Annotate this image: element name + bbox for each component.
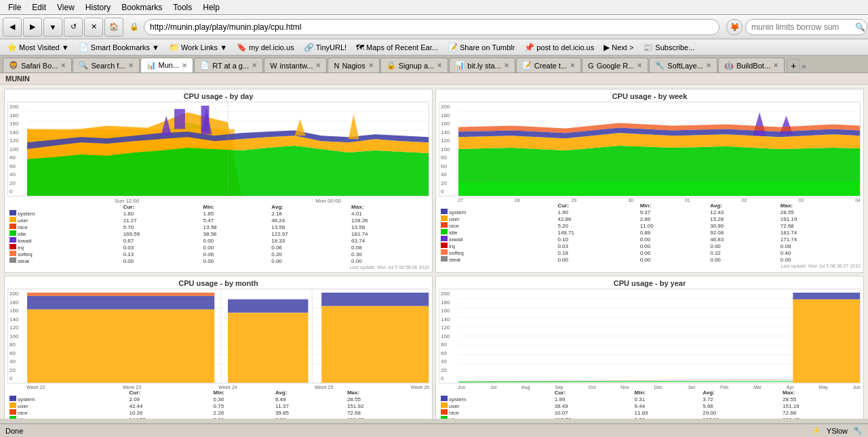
tab-close-nagios[interactable]: ✕ xyxy=(368,62,374,69)
toolbar: ◀ ▶ ▼ ↺ ✕ 🏠 🔒 🦊 🔍 xyxy=(0,15,868,39)
legend-row: system1.801.852.184.01 xyxy=(7,210,429,217)
tab-google[interactable]: GGoogle R...✕ xyxy=(582,58,648,72)
munin-header: MUNIN xyxy=(0,73,868,85)
svg-rect-13 xyxy=(174,109,185,129)
menu-edit[interactable]: Edit xyxy=(26,1,52,14)
tab-close-google[interactable]: ✕ xyxy=(637,62,642,69)
home-button[interactable]: 🏠 xyxy=(104,18,123,37)
tab-close-bitly[interactable]: ✕ xyxy=(504,62,509,69)
menu-tools[interactable]: Tools xyxy=(167,1,197,14)
chart-title-month: CPU usage - by month xyxy=(7,279,429,287)
stop-button[interactable]: ✕ xyxy=(84,18,103,37)
legend-row: softirq0.180.060.220.40 xyxy=(439,249,861,256)
tab-scroll-arrow[interactable]: » xyxy=(800,60,808,72)
chart-area-year: 200180160 140120100 806040 200 xyxy=(439,289,861,383)
search-input[interactable] xyxy=(745,19,867,35)
tab-bitly[interactable]: 📊bit.ly sta...✕ xyxy=(449,58,515,72)
svg-rect-49 xyxy=(27,296,214,310)
tab-safari[interactable]: 🦁Safari Bo...✕ xyxy=(3,58,72,72)
bookmark-delicious[interactable]: 🔖 my del.icio.us xyxy=(233,41,298,54)
x-labels-week: 272829 300102 0304 xyxy=(439,198,861,203)
legend-day: Cur:Min:Avg:Max: system1.801.852.184.01 … xyxy=(7,204,429,264)
back-button[interactable]: ◀ xyxy=(3,18,22,37)
legend-row: nice10.0711.8329.0072.68 xyxy=(439,409,861,416)
reload-button[interactable]: ↺ xyxy=(64,18,83,37)
tab-close-softlayer[interactable]: ✕ xyxy=(706,62,711,69)
search-provider-icon[interactable]: 🦊 xyxy=(726,19,743,35)
tab-close-safari[interactable]: ✕ xyxy=(60,62,66,69)
search-go-icon[interactable]: 🔍 xyxy=(855,22,865,32)
bookmark-most-visited[interactable]: ⭐ Most Visited▼ xyxy=(3,41,73,54)
tab-buildbot[interactable]: 🤖BuildBot...✕ xyxy=(718,58,785,72)
bookmark-smart-bookmarks[interactable]: 📄 Smart Bookmarks▼ xyxy=(75,41,163,54)
menu-history[interactable]: History xyxy=(80,1,116,14)
legend-row: user39.499.445.66151.19 xyxy=(439,402,861,409)
tab-close-munin[interactable]: ✕ xyxy=(182,62,187,69)
tab-close-signup[interactable]: ✕ xyxy=(437,62,442,69)
legend-row: nice5.7013.5813.5813.58 xyxy=(7,224,429,230)
tab-close-create[interactable]: ✕ xyxy=(570,62,575,69)
legend-row: iowait0.670.0018.3363.74 xyxy=(7,237,429,244)
tab-close-buildbot[interactable]: ✕ xyxy=(773,62,778,69)
legend-row: idle144.700.000.00196.47 xyxy=(7,416,429,419)
bookmark-work-links[interactable]: 📁 Work Links▼ xyxy=(165,41,231,54)
legend-row: iowait0.100.0046.83171.74 xyxy=(439,236,861,243)
tab-munin[interactable]: 📊Mun...✕ xyxy=(140,58,194,72)
tab-create[interactable]: 📝Create t...✕ xyxy=(516,58,581,72)
legend-row: system1.990.313.7228.55 xyxy=(439,396,861,402)
legend-row: nice10.262.2639.8572.68 xyxy=(7,409,429,416)
chart-svg-week xyxy=(458,102,860,196)
menu-bookmarks[interactable]: Bookmarks xyxy=(116,1,167,14)
legend-row: user42.440.7511.37151.92 xyxy=(7,402,429,409)
bookmark-post-delicious[interactable]: 📌 post to del.icio.us xyxy=(520,41,598,54)
tab-search[interactable]: 🔍Search f...✕ xyxy=(73,58,139,72)
svg-rect-53 xyxy=(321,306,429,383)
chart-svg-month xyxy=(27,289,429,383)
tab-softlayer[interactable]: 🔧SoftLaye...✕ xyxy=(649,58,717,72)
chart-footer-week: Last update: Mon Jul 5 08:38:07 2010 xyxy=(439,264,861,268)
bookmark-subscribe[interactable]: 📰 Subscribe... xyxy=(639,41,698,54)
x-labels-year: JunJulAug SepOctNov DecJanFeb MarAprMay … xyxy=(439,385,861,390)
bookmark-tinyurl[interactable]: 🔗 TinyURL! xyxy=(300,41,351,54)
legend-row: idle112.760.00107.00196.47 xyxy=(439,416,861,419)
legend-month: Cur:Min:Avg:Max: system2.090.366.4828.55… xyxy=(7,390,429,419)
chart-title-week: CPU usage - by week xyxy=(439,92,861,100)
forward-button[interactable]: ▶ xyxy=(23,18,42,37)
bookmarks-bar: ⭐ Most Visited▼ 📄 Smart Bookmarks▼ 📁 Wor… xyxy=(0,39,868,56)
menu-file[interactable]: File xyxy=(3,1,26,14)
tab-close-instantw[interactable]: ✕ xyxy=(315,62,321,69)
y-labels-month: 200180160 140120100 806040 200 xyxy=(8,289,27,383)
menu-view[interactable]: View xyxy=(52,1,80,14)
legend-row: idle149.710.8892.08181.74 xyxy=(439,229,861,236)
chart-area-month: 200180160 140120100 806040 200 xyxy=(7,289,429,383)
chart-panel-day: CPU usage - by day 200180160 140120100 8… xyxy=(4,89,433,273)
tab-close-search[interactable]: ✕ xyxy=(128,62,134,69)
bookmark-next[interactable]: ▶ Next > xyxy=(599,41,637,54)
tab-instantw[interactable]: Winstantw...✕ xyxy=(264,58,327,72)
legend-week: Cur:Min:Avg:Max: system1.909.3712.4328.5… xyxy=(439,203,861,263)
chart-svg-year xyxy=(458,289,860,383)
tab-signup[interactable]: 🔒Signup a...✕ xyxy=(380,58,449,72)
bookmark-maps[interactable]: 🗺 Maps of Recent Ear... xyxy=(352,41,442,54)
legend-row: steal0.000.000.000.00 xyxy=(439,256,861,263)
tab-close-rt[interactable]: ✕ xyxy=(252,62,257,69)
svg-rect-54 xyxy=(321,293,429,306)
legend-row: softirq0.130.060.200.30 xyxy=(7,251,429,257)
menubar: File Edit View History Bookmarks Tools H… xyxy=(0,0,868,15)
menu-help[interactable]: Help xyxy=(197,1,225,14)
svg-rect-52 xyxy=(228,299,308,313)
bookmark-tumblr[interactable]: 📝 Share on Tumblr xyxy=(443,41,519,54)
x-labels-day: Sun 12:00 Mon 00:00 xyxy=(7,198,429,204)
tab-rt[interactable]: 📄RT at a g...✕ xyxy=(194,58,263,72)
url-bar[interactable] xyxy=(144,19,719,35)
chart-panel-year: CPU usage - by year 200180160 140120100 … xyxy=(435,276,864,419)
tab-nagios[interactable]: NNagios✕ xyxy=(328,58,379,72)
forward-dropdown[interactable]: ▼ xyxy=(43,18,62,37)
svg-rect-66 xyxy=(793,299,860,383)
x-labels-month: Week 22Week 23 Week 24Week 25 Week 26 xyxy=(7,385,429,390)
svg-rect-51 xyxy=(228,313,308,383)
legend-row: irq0.030.000.000.08 xyxy=(439,243,861,249)
legend-row: user42.862.8615.28191.19 xyxy=(439,215,861,222)
new-tab-button[interactable]: + xyxy=(787,59,800,72)
main-content: MUNIN CPU usage - by day 200180160 14012… xyxy=(0,73,868,419)
